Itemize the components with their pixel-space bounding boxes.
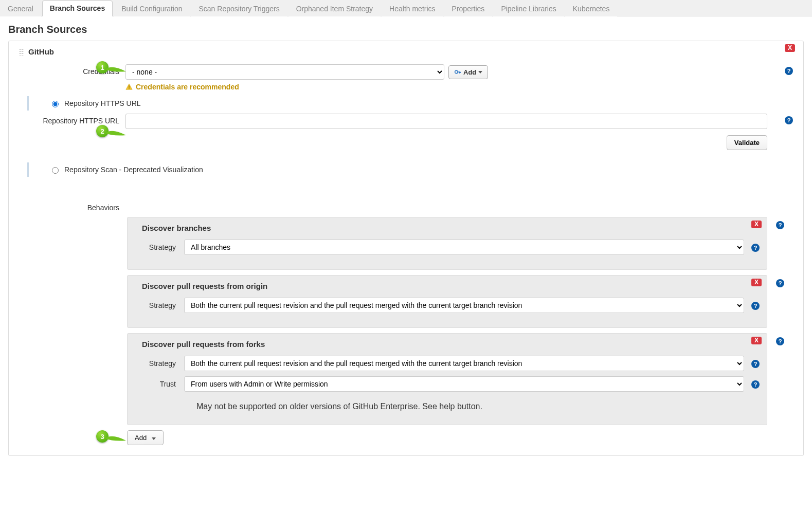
help-icon[interactable]: ? bbox=[776, 337, 784, 345]
key-icon bbox=[454, 68, 461, 76]
add-behavior-label: Add bbox=[135, 434, 147, 442]
behavior-row-label: Strategy bbox=[135, 359, 184, 368]
behaviors-label: Behaviors bbox=[19, 195, 125, 212]
warning-icon bbox=[125, 83, 133, 90]
behaviors-container: X ? Discover branches Strategy All branc… bbox=[127, 217, 767, 425]
repo-url-input[interactable] bbox=[125, 114, 767, 129]
behavior-row-label: Strategy bbox=[135, 301, 184, 309]
help-icon[interactable]: ? bbox=[751, 302, 760, 310]
radio-repo-https[interactable]: Repository HTTPS URL bbox=[27, 96, 793, 111]
behavior-title: Discover branches bbox=[135, 224, 760, 232]
tab-general[interactable]: General bbox=[0, 1, 41, 16]
config-tabs: General Branch Sources Build Configurati… bbox=[0, 0, 812, 16]
help-icon[interactable]: ? bbox=[785, 67, 793, 75]
help-icon[interactable]: ? bbox=[751, 360, 760, 368]
repo-url-label: Repository HTTPS URL bbox=[19, 114, 125, 125]
behavior-title: Discover pull requests from forks bbox=[135, 340, 760, 349]
add-behavior-button[interactable]: Add bbox=[127, 430, 164, 445]
validate-button[interactable]: Validate bbox=[727, 135, 767, 150]
behavior-row-label: Trust bbox=[135, 380, 184, 388]
behavior-discover-pr-origin: X ? Discover pull requests from origin S… bbox=[127, 275, 767, 328]
tab-pipeline-libraries[interactable]: Pipeline Libraries bbox=[493, 1, 564, 16]
behavior-title: Discover pull requests from origin bbox=[135, 282, 760, 290]
add-credentials-button[interactable]: Add bbox=[448, 65, 488, 79]
source-title-text: GitHub bbox=[28, 47, 54, 56]
caret-down-icon bbox=[478, 71, 482, 74]
add-credentials-label: Add bbox=[463, 68, 476, 76]
tab-kubernetes[interactable]: Kubernetes bbox=[565, 1, 618, 16]
tab-health-metrics[interactable]: Health metrics bbox=[382, 1, 443, 16]
help-icon[interactable]: ? bbox=[776, 279, 784, 287]
radio-repo-https-input[interactable] bbox=[52, 101, 59, 107]
drag-handle-icon[interactable] bbox=[19, 48, 24, 56]
trust-select[interactable]: From users with Admin or Write permissio… bbox=[184, 376, 744, 392]
behavior-note: May not be supported on older versions o… bbox=[135, 397, 760, 415]
strategy-select[interactable]: Both the current pull request revision a… bbox=[184, 298, 744, 313]
github-source-box: X GitHub 1 Credentials - none - bbox=[8, 41, 804, 456]
svg-rect-1 bbox=[129, 85, 129, 87]
behavior-discover-pr-forks: X ? Discover pull requests from forks St… bbox=[127, 333, 767, 425]
delete-behavior-button[interactable]: X bbox=[751, 337, 762, 344]
credentials-warning: Credentials are recommended bbox=[125, 80, 767, 91]
delete-behavior-button[interactable]: X bbox=[751, 279, 762, 286]
radio-repo-https-label: Repository HTTPS URL bbox=[64, 99, 141, 107]
strategy-select[interactable]: Both the current pull request revision a… bbox=[184, 356, 744, 371]
section-title: Branch Sources bbox=[0, 16, 812, 41]
help-icon[interactable]: ? bbox=[776, 221, 784, 229]
tab-scan-repo-triggers[interactable]: Scan Repository Triggers bbox=[191, 1, 287, 16]
tab-branch-sources[interactable]: Branch Sources bbox=[42, 1, 113, 16]
caret-down-icon bbox=[152, 437, 156, 440]
credentials-warning-text: Credentials are recommended bbox=[136, 83, 239, 91]
behavior-row-label: Strategy bbox=[135, 243, 184, 251]
svg-point-0 bbox=[455, 70, 458, 74]
radio-repo-scan-deprecated[interactable]: Repository Scan - Deprecated Visualizati… bbox=[27, 162, 793, 177]
radio-repo-scan-input[interactable] bbox=[52, 167, 59, 174]
help-icon[interactable]: ? bbox=[785, 116, 793, 124]
help-icon[interactable]: ? bbox=[751, 244, 760, 252]
tab-properties[interactable]: Properties bbox=[444, 1, 493, 16]
tab-orphaned-item-strategy[interactable]: Orphaned Item Strategy bbox=[288, 1, 381, 16]
credentials-select[interactable]: - none - bbox=[125, 64, 444, 80]
behavior-discover-branches: X ? Discover branches Strategy All branc… bbox=[127, 217, 767, 270]
credentials-label: Credentials bbox=[19, 64, 125, 76]
radio-repo-scan-label: Repository Scan - Deprecated Visualizati… bbox=[64, 166, 203, 174]
strategy-select[interactable]: All branches bbox=[184, 240, 744, 255]
callout-3: 3 bbox=[96, 430, 126, 449]
delete-source-button[interactable]: X bbox=[785, 44, 795, 52]
source-title: GitHub bbox=[19, 47, 793, 64]
tab-build-configuration[interactable]: Build Configuration bbox=[114, 1, 190, 16]
help-icon[interactable]: ? bbox=[751, 380, 760, 389]
delete-behavior-button[interactable]: X bbox=[751, 221, 762, 228]
svg-rect-2 bbox=[129, 88, 129, 89]
